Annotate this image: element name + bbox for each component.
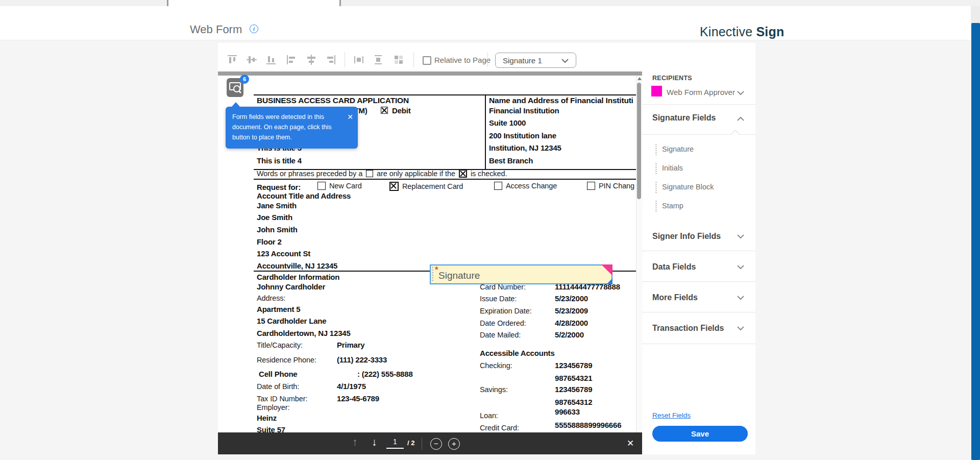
align-horizontal-center-icon[interactable] — [305, 54, 317, 66]
doc-line: Suite 57 — [257, 425, 285, 432]
doc-line: Best Branch — [489, 156, 533, 165]
doc-title: BUSINESS ACCESS CARD APPLICATION — [257, 96, 409, 105]
field-selector-dropdown[interactable]: Signature 1 — [495, 53, 576, 68]
chevron-down-icon — [561, 59, 569, 63]
align-bottom-icon[interactable] — [265, 54, 277, 66]
drag-handle-icon[interactable] — [655, 201, 657, 212]
doc-checkbox-empty — [494, 182, 502, 190]
doc-line: Floor 2 — [257, 237, 282, 246]
brand-logo: Kinective Sign — [700, 25, 784, 39]
doc-words-row: Words or phrases preceded by a are only … — [257, 170, 507, 178]
divider — [642, 104, 755, 105]
doc-value: (111) 222-3333 — [337, 355, 387, 364]
chevron-up-icon[interactable] — [737, 116, 744, 121]
zoom-in-button[interactable]: + — [448, 438, 460, 450]
divider — [642, 312, 755, 312]
chevron-down-icon[interactable] — [737, 296, 744, 300]
resize-handle-icon[interactable] — [606, 278, 612, 284]
doc-value: : (222) 555-8888 — [357, 370, 413, 378]
detected-fields-count-badge: 6 — [240, 75, 249, 84]
doc-option: PIN Chang — [587, 182, 634, 190]
divider — [642, 344, 755, 344]
distribute-vertically-icon[interactable] — [372, 54, 384, 66]
section-signer-info-fields[interactable]: Signer Info Fields — [652, 232, 721, 241]
debit-checkbox-checked — [381, 107, 388, 114]
relative-to-page-label: Relative to Page — [434, 56, 491, 64]
doc-label: Savings: — [480, 385, 508, 394]
section-transaction-fields[interactable]: Transaction Fields — [652, 324, 724, 333]
doc-accessible-header: Accessible Accounts — [480, 349, 555, 357]
page-number-input[interactable]: 1 — [386, 438, 404, 449]
doc-label: Date Mailed: — [480, 331, 521, 339]
doc-value: 123456789 — [555, 385, 592, 394]
page-total-label: / 2 — [407, 439, 414, 447]
tooltip-close-icon[interactable]: ✕ — [347, 111, 353, 123]
field-item-signature[interactable]: Signature — [662, 145, 694, 153]
save-button[interactable]: Save — [652, 426, 748, 442]
doc-line: Jane Smith — [257, 201, 297, 210]
form-fields-tooltip: Form fields were detected in this docume… — [226, 107, 358, 149]
drag-handle-icon[interactable] — [432, 267, 433, 282]
close-viewer-button[interactable]: ✕ — [627, 438, 634, 449]
info-icon[interactable]: i — [250, 25, 258, 33]
field-item-signature-block[interactable]: Signature Block — [662, 183, 714, 191]
viewer-top-edge — [218, 71, 642, 76]
doc-label: Tax ID Number: — [257, 395, 307, 403]
chevron-down-icon[interactable] — [737, 265, 744, 270]
reset-fields-link[interactable]: Reset Fields — [652, 411, 691, 419]
distribute-grid-icon[interactable] — [393, 54, 405, 66]
doc-label: Expiration Date: — [480, 307, 532, 315]
recipient-corner-flag — [601, 264, 612, 276]
divider — [642, 251, 755, 251]
align-vertical-center-icon[interactable] — [246, 54, 258, 66]
scroll-up-arrow-icon[interactable] — [638, 77, 642, 80]
distribute-horizontally-icon[interactable] — [353, 54, 365, 66]
field-item-stamp[interactable]: Stamp — [662, 202, 683, 210]
doc-line: This is title 4 — [257, 156, 302, 165]
align-left-icon[interactable] — [285, 54, 298, 66]
align-right-icon[interactable] — [325, 54, 337, 66]
section-data-fields[interactable]: Data Fields — [652, 262, 696, 272]
doc-line: Accountville, NJ 12345 — [257, 261, 337, 270]
doc-line: Heinz — [257, 414, 277, 422]
doc-value: 996633 — [555, 407, 580, 416]
chevron-down-icon[interactable] — [737, 326, 744, 331]
drag-handle-icon[interactable] — [655, 182, 657, 193]
section-more-fields[interactable]: More Fields — [652, 293, 698, 302]
drag-handle-icon[interactable] — [655, 144, 657, 155]
doc-label: Cell Phone — [259, 370, 298, 378]
doc-line: Joe Smith — [257, 213, 292, 222]
doc-label: Date Ordered: — [480, 319, 526, 327]
doc-label: Employer: — [257, 403, 289, 411]
doc-value: Primary — [337, 341, 364, 349]
doc-checkbox-empty — [317, 182, 326, 190]
chevron-down-icon[interactable] — [737, 91, 744, 95]
browser-top-strip — [0, 0, 980, 6]
doc-label: Loan: — [480, 411, 498, 420]
field-item-initials[interactable]: Initials — [662, 164, 683, 172]
drag-handle-icon[interactable] — [655, 163, 657, 174]
relative-to-page-checkbox[interactable] — [423, 56, 431, 65]
previous-page-button[interactable]: ↑ — [352, 436, 358, 448]
section-signature-fields[interactable]: Signature Fields — [652, 113, 716, 123]
doc-label: Title/Capacity: — [257, 341, 303, 349]
zoom-out-button[interactable]: − — [430, 438, 442, 450]
doc-label: Checking: — [480, 361, 512, 370]
divider — [642, 281, 755, 282]
divider — [422, 438, 422, 450]
page-scrollbar-thumb[interactable] — [971, 23, 980, 460]
doc-account-header: Account Title and Address — [257, 191, 351, 200]
doc-checkbox-empty — [587, 182, 595, 190]
recipients-header: RECIPIENTS — [652, 75, 692, 82]
doc-cardholder-header: Cardholder Information — [257, 273, 339, 281]
align-top-icon[interactable] — [226, 54, 238, 66]
doc-value: 5555888899996666 — [555, 421, 621, 429]
chevron-down-icon[interactable] — [737, 234, 744, 239]
doc-fi-header: Name and Address of Financial Instituti — [489, 96, 633, 105]
doc-label: Address: — [257, 294, 285, 302]
document-scrollbar-thumb[interactable] — [637, 83, 641, 199]
doc-value: 5/2/2000 — [555, 330, 584, 339]
signature-field-overlay[interactable]: * Signature — [430, 264, 612, 284]
app-header: Web Form i Kinective Sign — [0, 6, 980, 40]
next-page-button[interactable]: ↓ — [372, 436, 377, 448]
